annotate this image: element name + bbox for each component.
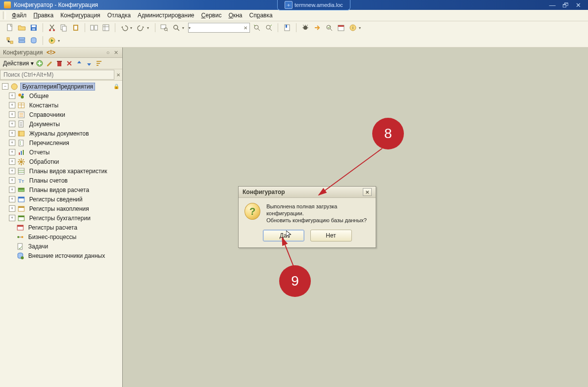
tree-root[interactable]: − БухгалтерияПредприятия 🔒 <box>0 82 122 91</box>
expander-icon[interactable]: + <box>9 93 15 99</box>
tree-node[interactable]: Бизнес-процессы <box>7 232 122 242</box>
menu-edit[interactable]: Правка <box>31 11 57 20</box>
undo-caret[interactable]: ▾ <box>130 26 132 30</box>
expander-icon[interactable]: + <box>9 215 15 221</box>
open-db-icon[interactable] <box>17 36 27 46</box>
search-clear-icon[interactable]: ✕ <box>242 25 249 31</box>
expander-icon[interactable]: + <box>9 187 15 193</box>
find-prev-icon[interactable] <box>252 23 262 33</box>
debug-step-icon[interactable] <box>312 23 322 33</box>
expander-icon[interactable]: + <box>9 158 15 165</box>
tree-node[interactable]: +Перечисления <box>7 138 122 147</box>
dock-actions-button[interactable]: Действия ▾ <box>3 60 34 67</box>
tree-node[interactable]: +ТтПланы счетов <box>7 176 122 185</box>
tree-node[interactable]: Регистры расчета <box>7 223 122 232</box>
syntax-check-icon[interactable] <box>324 23 334 33</box>
tree-node[interactable]: +Журналы документов <box>7 129 122 138</box>
config-tree-icon[interactable] <box>5 36 15 46</box>
dialog-yes-button[interactable]: Да <box>263 230 304 242</box>
dock-pin-icon[interactable]: ○ <box>104 49 111 56</box>
dock-delete-icon[interactable] <box>55 59 63 67</box>
tree-node[interactable]: +Планы видов расчета <box>7 185 122 194</box>
menu-admin[interactable]: Администрирование <box>135 11 197 20</box>
dock-close-icon[interactable]: ✕ <box>112 49 119 56</box>
menu-windows[interactable]: Окна <box>226 11 245 20</box>
menu-help[interactable]: Справка <box>246 11 276 20</box>
maximize-button[interactable]: 🗗 <box>561 1 569 9</box>
close-button[interactable]: ✕ <box>574 1 582 9</box>
tree-node[interactable]: +Регистры накопления <box>7 204 122 213</box>
tree-node[interactable]: +Обработки <box>7 157 122 166</box>
run-caret[interactable]: ▾ <box>58 39 60 43</box>
reg-acct-icon <box>17 214 25 222</box>
menu-service[interactable]: Сервис <box>198 11 225 20</box>
svg-rect-36 <box>97 65 98 66</box>
expander-icon[interactable]: + <box>9 196 15 202</box>
menu-debug[interactable]: Отладка <box>104 11 134 20</box>
tree-node[interactable]: +Регистры сведений <box>7 194 122 204</box>
find-next-icon[interactable] <box>264 23 274 33</box>
dialog-titlebar[interactable]: Конфигуратор ✕ <box>239 187 376 198</box>
help-caret[interactable]: ▾ <box>359 26 361 30</box>
find-in-config-icon[interactable] <box>159 23 169 33</box>
tree-node[interactable]: +Регистры бухгалтерии <box>7 213 122 223</box>
compare-icon[interactable] <box>89 23 99 33</box>
pin-icon[interactable]: ⟛ <box>285 1 293 9</box>
paste-icon[interactable] <box>71 23 81 33</box>
tree-node[interactable]: Внешние источники данных <box>7 251 122 260</box>
menu-config[interactable]: Конфигурация <box>57 11 103 20</box>
tree-node[interactable]: +Документы <box>7 119 122 129</box>
toolbar-search-box[interactable]: ▾ ✕ <box>188 23 250 33</box>
copy-icon[interactable] <box>59 23 69 33</box>
help-icon[interactable]: i <box>348 23 358 33</box>
calendar-icon[interactable] <box>336 23 346 33</box>
expander-icon[interactable]: + <box>9 121 15 127</box>
tree-node[interactable]: +Отчеты <box>7 147 122 157</box>
expander-icon[interactable]: + <box>9 168 15 174</box>
dock-edit-icon[interactable] <box>46 59 53 67</box>
expander-icon[interactable]: + <box>9 140 15 146</box>
tree-node[interactable]: +Планы видов характеристик <box>7 166 122 176</box>
tree-node[interactable]: +Общие <box>7 91 122 100</box>
dialog-no-button[interactable]: Нет <box>310 230 352 242</box>
expander-icon[interactable]: + <box>9 205 15 212</box>
menu-file[interactable]: Файл <box>9 11 30 20</box>
open-file-icon[interactable] <box>17 23 27 33</box>
dock-close-x-icon[interactable] <box>65 59 73 67</box>
redo-caret[interactable]: ▾ <box>147 26 149 30</box>
dock-search-clear-icon[interactable]: ✕ <box>114 72 122 78</box>
bookmark-icon[interactable] <box>282 23 292 33</box>
new-file-icon[interactable] <box>5 23 15 33</box>
config-tree[interactable]: − БухгалтерияПредприятия 🔒 +Общие+Конста… <box>0 81 122 387</box>
expander-icon[interactable]: + <box>9 102 15 108</box>
expander-icon[interactable]: + <box>9 149 15 155</box>
expander-icon[interactable]: + <box>9 130 15 137</box>
cut-icon[interactable] <box>47 23 57 33</box>
expander-icon[interactable]: + <box>9 177 15 184</box>
debug-start-icon[interactable] <box>300 23 310 33</box>
minimize-button[interactable]: — <box>548 1 556 9</box>
tree-node[interactable]: +Константы <box>7 100 122 110</box>
dialog-close-icon[interactable]: ✕ <box>363 188 372 196</box>
template-icon[interactable] <box>101 23 111 33</box>
svg-rect-2 <box>32 25 36 27</box>
svg-point-17 <box>266 25 270 29</box>
expander-icon[interactable]: − <box>2 83 8 90</box>
tree-node[interactable]: Задачи <box>7 242 122 251</box>
undo-icon[interactable] <box>119 23 129 33</box>
redo-icon[interactable] <box>136 23 146 33</box>
tree-node[interactable]: +Справочники <box>7 110 122 119</box>
save-icon[interactable] <box>29 23 39 33</box>
dock-add-icon[interactable] <box>36 59 44 67</box>
search-dropdown-icon[interactable]: ▾ <box>189 26 191 30</box>
dock-move-down-icon[interactable] <box>85 59 93 67</box>
dock-sort-icon[interactable] <box>95 59 103 67</box>
search-caret[interactable]: ▾ <box>182 26 184 30</box>
run-1c-icon[interactable] <box>47 36 57 46</box>
search-icon[interactable] <box>171 23 181 33</box>
dock-move-up-icon[interactable] <box>75 59 83 67</box>
remote-host-tab[interactable]: ⟛ termnew.amedia.loc <box>277 0 350 10</box>
expander-icon[interactable]: + <box>9 111 15 118</box>
update-db-icon[interactable] <box>29 36 39 46</box>
dock-search-input[interactable] <box>0 70 114 80</box>
